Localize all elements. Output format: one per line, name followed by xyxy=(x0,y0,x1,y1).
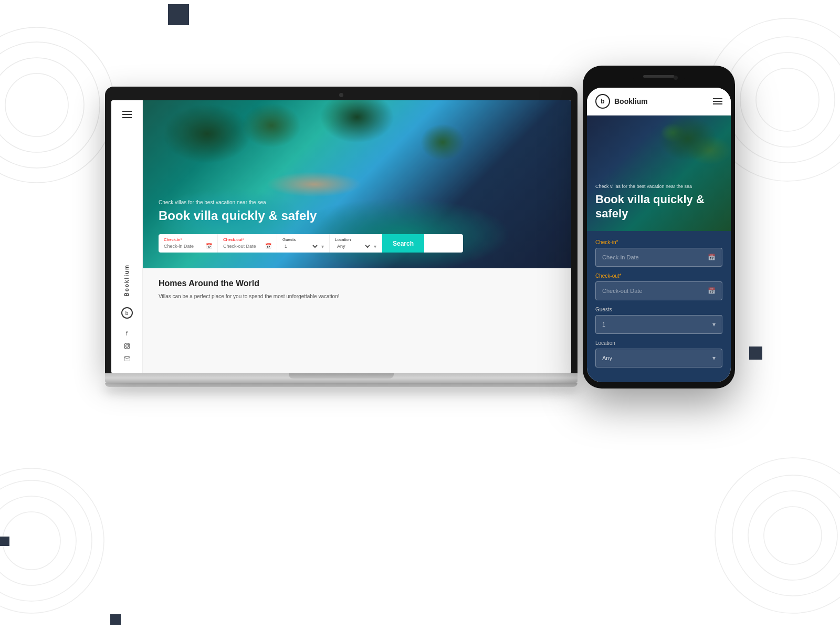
checkin-label: Check-in* xyxy=(164,237,212,242)
phone-guests-label: Guests xyxy=(595,307,722,312)
svg-point-17 xyxy=(125,345,128,348)
location-select[interactable]: Any Bali Maldives xyxy=(335,243,372,249)
phone-mockup: b Booklium Check villas for the best vac… xyxy=(583,66,735,388)
phone-calendar-icon-2: 📅 xyxy=(708,287,716,295)
laptop-hero: Check villas for the best vacation near … xyxy=(143,100,571,268)
phone-header: b Booklium xyxy=(587,88,731,116)
checkout-input[interactable] xyxy=(223,244,265,249)
phone-checkin-group: Check-in* Check-in Date 📅 xyxy=(595,239,722,267)
decorative-square-3 xyxy=(110,614,121,625)
guests-field: Guests 1 2 3 4 xyxy=(277,234,330,253)
phone-checkin-placeholder: Check-in Date xyxy=(602,254,639,260)
phone-checkin-label: Check-in* xyxy=(595,239,722,245)
phone-checkout-group: Check-out* Check-out Date 📅 xyxy=(595,273,722,300)
guests-select[interactable]: 1 2 3 4 xyxy=(282,243,319,249)
phone-chevron-down-icon: ▾ xyxy=(712,321,716,328)
search-button[interactable]: Search xyxy=(382,234,424,253)
chevron-down-icon: ▾ xyxy=(321,244,324,249)
phone-speaker xyxy=(643,75,675,78)
phone-chevron-down-icon-2: ▾ xyxy=(712,354,716,362)
phone-form-area: Check-in* Check-in Date 📅 Check-out* xyxy=(587,231,731,382)
hero-subtitle: Check villas for the best vacation near … xyxy=(159,200,463,205)
decorative-square-1 xyxy=(168,4,189,25)
phone-location-group: Location Any ▾ xyxy=(595,340,722,368)
phone-guests-value: 1 xyxy=(602,321,605,328)
location-label: Location xyxy=(335,237,376,242)
phone-checkout-placeholder: Check-out Date xyxy=(602,288,642,294)
phone-checkout-input[interactable]: Check-out Date 📅 xyxy=(595,281,722,300)
hero-title: Book villa quickly & safely xyxy=(159,208,463,224)
checkin-input[interactable] xyxy=(164,244,206,249)
svg-rect-16 xyxy=(124,343,130,349)
guests-label: Guests xyxy=(282,237,324,242)
calendar-icon-2: 📅 xyxy=(265,243,271,249)
svg-point-18 xyxy=(128,344,129,345)
checkout-field: Check-out* 📅 xyxy=(218,234,277,253)
section-text: Villas can be a perfect place for you to… xyxy=(159,292,555,300)
phone-location-label: Location xyxy=(595,340,722,346)
chevron-down-icon-2: ▾ xyxy=(374,244,376,249)
decorative-square-2 xyxy=(749,346,762,360)
phone-brand-name: Booklium xyxy=(614,97,648,106)
phone-camera xyxy=(674,76,678,80)
location-field: Location Any Bali Maldives ▾ xyxy=(330,234,382,253)
phone-hamburger[interactable] xyxy=(713,98,722,104)
laptop-sidebar: Booklium b f xyxy=(111,100,143,373)
phone-hero: Check villas for the best vacation near … xyxy=(587,116,731,231)
phone-guests-select[interactable]: 1 ▾ xyxy=(595,315,722,334)
phone-calendar-icon: 📅 xyxy=(708,254,716,261)
laptop-notch xyxy=(289,373,394,379)
hamburger-menu[interactable] xyxy=(122,111,132,118)
checkout-label: Check-out* xyxy=(223,237,271,242)
phone-hero-subtitle: Check villas for the best vacation near … xyxy=(595,183,722,190)
instagram-icon[interactable] xyxy=(123,342,131,350)
email-icon[interactable] xyxy=(123,354,131,363)
phone-notch xyxy=(633,72,685,83)
phone-hero-title: Book villa quickly & safely xyxy=(595,193,722,220)
sidebar-logo-icon: b xyxy=(121,307,133,319)
decorative-square-4 xyxy=(0,537,9,546)
phone-checkin-input[interactable]: Check-in Date 📅 xyxy=(595,248,722,267)
laptop-camera xyxy=(339,93,343,97)
laptop-foot xyxy=(105,383,578,387)
laptop-mockup: Booklium b f xyxy=(105,87,578,387)
checkin-field: Check-in* 📅 xyxy=(159,234,218,253)
phone-location-select[interactable]: Any ▾ xyxy=(595,349,722,368)
phone-guests-group: Guests 1 ▾ xyxy=(595,307,722,334)
facebook-icon[interactable]: f xyxy=(123,329,131,338)
section-title: Homes Around the World xyxy=(159,279,555,288)
phone-logo-icon: b xyxy=(595,94,610,109)
phone-checkout-label: Check-out* xyxy=(595,273,722,279)
sidebar-brand: Booklium xyxy=(124,264,130,297)
search-bar: Check-in* 📅 xyxy=(159,234,463,253)
phone-location-value: Any xyxy=(602,355,612,361)
calendar-icon: 📅 xyxy=(206,243,212,249)
laptop-content-section: Homes Around the World Villas can be a p… xyxy=(143,268,571,373)
